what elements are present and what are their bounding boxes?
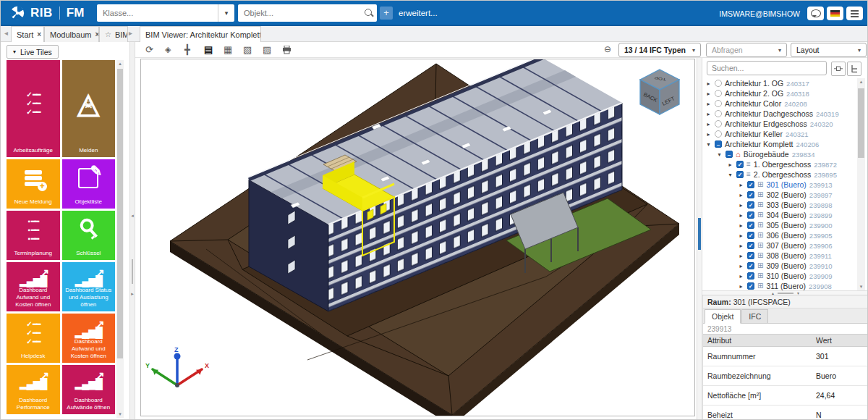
scrollbar-thumb[interactable] <box>858 88 864 158</box>
tiles-scrollbar[interactable]: ▴ ▾ <box>116 60 124 418</box>
objekt-search-input[interactable]: Objekt... <box>238 4 377 22</box>
visibility-checkbox[interactable] <box>715 100 722 107</box>
tree-item-architektur-keller[interactable]: ▸Architektur Keller240321 <box>702 129 856 139</box>
tree-item-label[interactable]: Architektur Dachgeschoss <box>725 109 813 118</box>
tabs-scroll-left-icon[interactable]: ◂ <box>4 29 8 37</box>
visibility-checkbox[interactable]: ✓ <box>747 181 754 188</box>
map-icon[interactable]: ▤ <box>204 44 213 55</box>
tree-item-architektur-dachgeschoss[interactable]: ▸Architektur Dachgeschoss240319 <box>702 109 856 119</box>
expand-icon[interactable]: ▸ <box>738 273 744 280</box>
tab-bim-viewer[interactable]: BIM Viewer: Architektur Komplett× <box>140 26 261 42</box>
tree-item-architektur-erdgeschoss[interactable]: ▸Architektur Erdgeschoss240320 <box>702 119 856 129</box>
expand-icon[interactable]: ▸ <box>738 222 744 229</box>
tile-dashboard-aufwände-öffnen[interactable]: ▂▄▆█↗Dashboard Aufwände öffnen <box>62 365 116 414</box>
tile-terminplanung[interactable]: ▪ ━━▪ ━━▪ ━━Terminplanung <box>7 211 60 260</box>
zoom-fit-icon[interactable]: ◈ <box>165 44 171 55</box>
tree-item-architektur-color[interactable]: ▸Architektur Color240208 <box>702 98 856 109</box>
visibility-icon[interactable]: ⊖ <box>604 44 611 55</box>
chevron-down-icon[interactable]: ▾ <box>218 4 234 22</box>
expand-up-icon[interactable]: ▴ <box>772 290 774 295</box>
tree-item-label[interactable]: Architektur Komplett <box>725 140 793 148</box>
left-splitter[interactable]: ◂ ▸ <box>129 42 135 420</box>
ifc-types-dropdown[interactable]: 13 / 14 IFC Typen sic...▾ <box>618 43 701 57</box>
expand-icon[interactable]: ▸ <box>705 111 712 117</box>
tile-dashboard-aufwand-und-kosten-öffnen[interactable]: ▂▄▆█↗Dashboard Aufwand und Kosten öffnen <box>62 314 116 363</box>
expand-icon[interactable]: ▸ <box>738 212 744 219</box>
tree-item-2-obergeschoss[interactable]: ▾✓≡2. Obergeschoss239895 <box>702 169 856 180</box>
splitter-grip[interactable] <box>778 293 793 294</box>
tree-item-label[interactable]: Architektur 2. OG <box>725 89 783 98</box>
tile-helpdesk[interactable]: ✓ ━━✓ ━━✓ ━━Helpdesk <box>7 314 60 363</box>
tree-item-304-buero-[interactable]: ▸✓⊞304 (Buero)239899 <box>702 210 856 220</box>
tile-dashbaord-performance[interactable]: ▂▄▆█↗Dashbaord Performance <box>7 365 60 414</box>
tab-ifc[interactable]: IFC <box>741 309 768 323</box>
collapse-icon[interactable]: ▾ <box>716 151 723 158</box>
splitter-grip[interactable] <box>698 218 701 250</box>
visibility-checkbox[interactable] <box>715 110 722 117</box>
expand-icon[interactable]: ▸ <box>705 101 712 107</box>
print-icon[interactable] <box>282 46 292 56</box>
tab-objekt[interactable]: Objekt <box>705 309 741 324</box>
expand-icon[interactable]: ▸ <box>738 192 744 198</box>
chat-button[interactable] <box>807 7 824 20</box>
tree-item-label[interactable]: 308 (Buero) <box>766 251 806 260</box>
right-splitter[interactable] <box>697 58 702 420</box>
erweitert-link[interactable]: erweitert... <box>399 9 438 17</box>
tree-item-architektur-2-og[interactable]: ▸Architektur 2. OG240318 <box>702 88 856 98</box>
navigation-cube[interactable]: TOP BACK LEFT <box>640 70 679 114</box>
layout-dropdown[interactable]: Layout▾ <box>791 43 867 57</box>
tree-item-architektur-1-og[interactable]: ▸Architektur 1. OG240317 <box>702 78 856 88</box>
tree-item-label[interactable]: 307 (Buero) <box>766 241 806 250</box>
tab-modulbaum[interactable]: Modulbaum× <box>44 26 99 42</box>
refresh-icon[interactable]: ⟳ <box>145 44 153 55</box>
tree-item-1-obergeschoss[interactable]: ▸✓≡1. Obergeschoss239872 <box>702 159 856 169</box>
expand-icon[interactable]: ▸ <box>705 80 712 87</box>
collapse-left-icon[interactable]: ◂ <box>130 213 135 219</box>
tree-search-input[interactable]: Suchen... <box>707 61 827 75</box>
storey-cube-icon[interactable]: ▧ <box>243 44 252 55</box>
tree-item-label[interactable]: Architektur Color <box>725 99 781 108</box>
visibility-checkbox[interactable] <box>715 80 722 87</box>
expand-icon[interactable]: ▸ <box>705 131 712 138</box>
bim-3d-viewport[interactable]: TOP BACK LEFT Z Y X <box>140 59 695 416</box>
close-icon[interactable]: × <box>37 30 41 38</box>
visibility-checkbox[interactable]: – <box>715 140 722 148</box>
visibility-checkbox[interactable] <box>715 130 722 138</box>
tile-melden[interactable]: △☠Melden <box>62 60 116 157</box>
collapse-right-icon[interactable]: ▸ <box>130 291 135 297</box>
visibility-checkbox[interactable]: – <box>726 151 733 158</box>
tree-item-303-buero-[interactable]: ▸✓⊞303 (Buero)239898 <box>702 200 856 210</box>
tile-schlüssel[interactable]: Schlüssel <box>62 211 116 260</box>
add-search-button[interactable]: + <box>380 7 393 20</box>
expand-icon[interactable]: ▸ <box>705 121 712 127</box>
expand-icon[interactable]: ▸ <box>738 232 744 239</box>
tree-item-label[interactable]: 311 (Buero) <box>766 282 806 290</box>
tile-neue-meldung[interactable]: +Neue Meldung <box>7 159 60 209</box>
locate-in-tree-button[interactable] <box>831 62 846 76</box>
visibility-checkbox[interactable]: ✓ <box>747 232 754 239</box>
tree-item-label[interactable]: 306 (Buero) <box>766 231 806 240</box>
tree-item-label[interactable]: 309 (Buero) <box>766 261 806 270</box>
tree-structure-button[interactable] <box>847 62 861 76</box>
visibility-checkbox[interactable]: ✓ <box>736 161 744 168</box>
scrollbar-thumb[interactable] <box>117 69 123 358</box>
tree-item-label[interactable]: 303 (Buero) <box>766 201 806 209</box>
expand-down-icon[interactable]: ▾ <box>797 290 799 295</box>
tile-objektliste[interactable]: ✎Objektliste <box>62 159 116 209</box>
visibility-checkbox[interactable] <box>715 120 722 127</box>
tab-start[interactable]: Start× <box>11 26 44 42</box>
expand-icon[interactable]: ▸ <box>738 253 744 259</box>
tree-item-310-buero-[interactable]: ▸✓⊞310 (Buero)239909 <box>702 271 856 281</box>
section-icon[interactable]: ▨ <box>263 44 271 55</box>
tree-item-label[interactable]: 304 (Buero) <box>766 211 806 219</box>
scroll-down-icon[interactable]: ▾ <box>116 411 124 417</box>
tree-item-label[interactable]: 2. Obergeschoss <box>754 170 811 179</box>
visibility-checkbox[interactable]: ✓ <box>747 272 754 280</box>
tree-item-302-buero-[interactable]: ▸✓⊞302 (Buero)239897 <box>702 190 856 200</box>
tree-item-label[interactable]: 305 (Buero) <box>766 221 806 230</box>
tree-item-307-buero-[interactable]: ▸✓⊞307 (Buero)239906 <box>702 240 856 251</box>
tree-item-301-buero-[interactable]: ▸✓⊞301 (Buero)239913 <box>702 180 856 190</box>
klasse-dropdown[interactable]: Klasse... ▾ <box>97 4 234 22</box>
visibility-checkbox[interactable]: ✓ <box>736 171 744 178</box>
tree-item-label[interactable]: Architektur 1. OG <box>725 79 783 88</box>
